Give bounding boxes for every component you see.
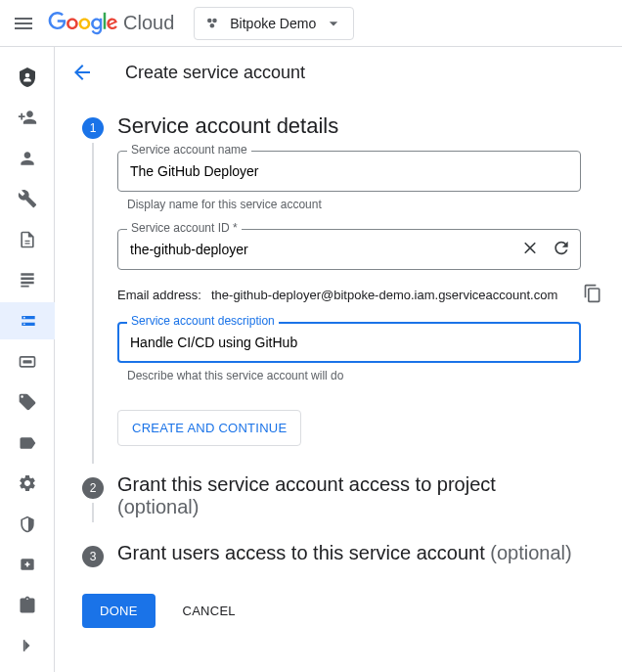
sidebar-expand-icon[interactable] xyxy=(0,627,55,664)
step-2-optional: (optional) xyxy=(117,496,199,517)
sidebar-item-clipboard[interactable] xyxy=(0,587,55,624)
sidebar-item-document[interactable] xyxy=(0,262,55,299)
chevron-down-icon xyxy=(324,14,343,33)
service-account-description-input[interactable] xyxy=(117,322,581,363)
create-continue-button[interactable]: CREATE AND CONTINUE xyxy=(117,410,301,446)
page-title: Create service account xyxy=(125,63,305,83)
step-1-title: Service account details xyxy=(117,113,602,139)
sidebar-item-asset[interactable] xyxy=(0,546,55,583)
svg-point-0 xyxy=(207,18,212,22)
step-2-badge: 2 xyxy=(82,477,104,499)
logo-cloud-text: Cloud xyxy=(123,12,174,34)
svg-rect-7 xyxy=(22,361,31,364)
sidebar-item-person-add[interactable] xyxy=(0,100,55,137)
step-3-optional: (optional) xyxy=(490,542,571,563)
back-button[interactable] xyxy=(59,61,106,84)
clear-icon[interactable] xyxy=(520,239,540,261)
done-button[interactable]: DONE xyxy=(82,594,156,628)
copy-icon[interactable] xyxy=(583,284,602,306)
step-1-badge: 1 xyxy=(82,117,104,139)
name-field-label: Service account name xyxy=(127,143,251,157)
svg-rect-9 xyxy=(22,640,24,651)
sidebar-item-person[interactable] xyxy=(0,140,55,177)
main-content: Create service account 1 Service account… xyxy=(55,47,622,672)
sidebar-item-iam-logo[interactable] xyxy=(0,59,55,96)
sidebar xyxy=(0,47,55,672)
sidebar-item-service-accounts[interactable] xyxy=(0,302,55,339)
project-name: Bitpoke Demo xyxy=(230,16,316,31)
svg-point-4 xyxy=(23,317,25,319)
desc-field-label: Service account description xyxy=(127,314,279,328)
svg-point-2 xyxy=(210,23,215,28)
menu-icon[interactable] xyxy=(12,12,35,35)
step-3-title: Grant users access to this service accou… xyxy=(117,542,490,563)
sidebar-item-policy-file[interactable] xyxy=(0,221,55,258)
sidebar-item-workload[interactable] xyxy=(0,343,55,381)
sidebar-item-tag[interactable] xyxy=(0,383,55,421)
refresh-icon[interactable] xyxy=(552,239,571,261)
name-helper: Display name for this service account xyxy=(127,198,581,211)
svg-point-3 xyxy=(24,72,29,77)
email-value: the-github-deployer@bitpoke-demo.iam.gse… xyxy=(211,288,557,302)
svg-point-1 xyxy=(213,18,218,22)
step-2: 2 Grant this service account access to p… xyxy=(78,473,602,518)
sidebar-item-label[interactable] xyxy=(0,425,55,462)
service-account-name-input[interactable] xyxy=(117,151,581,192)
step-3-badge: 3 xyxy=(82,546,104,567)
topbar: Cloud Bitpoke Demo xyxy=(0,0,622,47)
svg-point-5 xyxy=(23,323,25,325)
sidebar-item-wrench[interactable] xyxy=(0,181,55,218)
email-label: Email address: xyxy=(117,288,201,302)
step-1: 1 Service account details Service accoun… xyxy=(78,113,602,446)
project-selector[interactable]: Bitpoke Demo xyxy=(194,7,354,40)
id-field-label: Service account ID * xyxy=(127,221,242,235)
desc-helper: Describe what this service account will … xyxy=(127,369,581,382)
cancel-button[interactable]: CANCEL xyxy=(183,594,236,628)
service-account-id-input[interactable] xyxy=(117,229,581,270)
step-3: 3 Grant users access to this service acc… xyxy=(78,542,602,564)
logo[interactable]: Cloud xyxy=(47,12,174,35)
sidebar-item-shield[interactable] xyxy=(0,506,55,543)
step-2-title: Grant this service account access to pro… xyxy=(117,473,496,495)
sidebar-item-settings[interactable] xyxy=(0,465,55,502)
